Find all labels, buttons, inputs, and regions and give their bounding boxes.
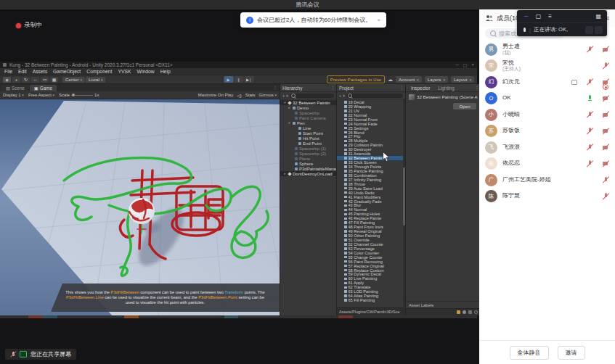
mute-audio-icon[interactable]: ◁) <box>237 93 242 98</box>
scale-slider-track[interactable] <box>71 95 93 96</box>
tab-scene[interactable]: ▤Scene <box>1 85 29 91</box>
status-icon[interactable] <box>474 310 478 314</box>
hierarchy-item[interactable]: Spaceship <box>280 110 336 115</box>
hierarchy-item[interactable]: Hit Point <box>280 136 336 141</box>
hierarchy-item[interactable]: Line <box>280 125 336 131</box>
member-row[interactable]: 男 男士通 (我) <box>479 41 615 58</box>
transform-tool-icon[interactable]: ↻ <box>22 77 30 83</box>
hierarchy-item[interactable]: Paint Camera <box>280 115 336 120</box>
member-camera-icon[interactable] <box>602 144 609 152</box>
preview-packages-badge[interactable]: Preview Packages in Use <box>327 75 385 83</box>
member-row[interactable]: 小 小晓晴 <box>479 107 615 123</box>
mic-muted-icon[interactable] <box>10 351 16 358</box>
member-camera-icon[interactable] <box>602 176 609 184</box>
project-add-icon[interactable]: + <box>339 94 341 98</box>
hierarchy-item[interactable]: ▾ 32 Between Paintin <box>280 100 336 105</box>
member-mic-icon[interactable] <box>586 94 593 102</box>
transform-tool-icon[interactable]: ▭ <box>41 77 49 83</box>
grid-view-icon[interactable]: ▦ <box>595 13 601 20</box>
unity-minimize-icon[interactable]: ─ <box>456 62 459 67</box>
invite-button[interactable]: 邀请 <box>558 346 585 360</box>
hierarchy-item[interactable]: P3dPaintableManag <box>280 166 336 171</box>
member-mic-icon[interactable] <box>586 160 593 167</box>
tab-options-icon[interactable]: ⋮ <box>273 85 277 90</box>
member-row[interactable]: 陈 陈宁慧 <box>479 189 615 205</box>
inspector-options-icon[interactable]: ⋮ <box>475 86 479 90</box>
hierarchy-tab[interactable]: Hierarchy <box>282 86 302 91</box>
hierarchy-add-icon[interactable]: + <box>282 94 285 98</box>
transform-tool-icon[interactable]: ↔ <box>31 77 39 83</box>
project-search-input[interactable] <box>346 94 403 98</box>
share-status-widget[interactable]: 您正在共享屏幕 <box>5 349 76 360</box>
member-mic-icon[interactable] <box>586 144 593 152</box>
hierarchy-item[interactable]: Spaceship (1) <box>280 146 336 151</box>
member-row[interactable]: 依 依恋恋 <box>479 156 615 173</box>
inspector-tab[interactable]: Inspector <box>408 84 433 91</box>
hierarchy-item[interactable]: ▾ Pen <box>280 120 336 125</box>
hierarchy-options-icon[interactable]: ⋮ <box>331 86 335 90</box>
toast-close-icon[interactable]: × <box>377 17 380 23</box>
project-tab[interactable]: Project <box>339 86 354 91</box>
collab-cloud-icon[interactable]: ☁ <box>388 77 393 83</box>
project-options-icon[interactable]: ⋮ <box>400 86 404 90</box>
project-scene-item[interactable]: 65 Fill Painting <box>337 298 405 302</box>
member-row[interactable]: 苏 苏饭饭 <box>479 123 615 140</box>
member-mic-icon[interactable] <box>586 46 593 54</box>
hierarchy-item[interactable]: End Point <box>280 141 336 146</box>
member-mic-icon[interactable] <box>602 83 609 91</box>
maximize-on-play-toggle[interactable]: Maximize On Play <box>198 93 233 97</box>
member-mic-icon[interactable] <box>586 78 593 86</box>
member-camera-icon[interactable] <box>602 127 609 135</box>
hierarchy-item[interactable]: Start Point <box>280 131 336 136</box>
unity-close-icon[interactable]: × <box>471 62 474 67</box>
menu-item[interactable]: GameObject <box>53 69 81 74</box>
hierarchy-item[interactable]: Spaceship (2) <box>280 151 336 156</box>
hierarchy-item[interactable]: Sphere <box>280 161 336 166</box>
game-viewport[interactable]: This shows you how the P3dHitBetween com… <box>0 99 280 315</box>
project-add-arrow-icon[interactable]: ▾ <box>343 94 345 98</box>
pivot-center-button[interactable]: Center▾ <box>62 77 85 83</box>
tab-game[interactable]: ▣Game <box>30 85 57 91</box>
pause-button[interactable]: ∥ <box>234 76 243 83</box>
menu-item[interactable]: Edit <box>18 69 27 74</box>
play-button[interactable]: ▶ <box>224 76 233 83</box>
menu-item[interactable]: Help <box>160 69 171 74</box>
transform-tool-icon[interactable]: ▦ <box>50 77 58 83</box>
member-camera-icon[interactable] <box>602 192 609 200</box>
step-button[interactable]: ▶∣ <box>244 76 253 83</box>
scrollbar-thumb[interactable] <box>403 167 405 226</box>
mute-all-button[interactable]: 全体静音 <box>510 346 549 360</box>
member-mic-icon[interactable] <box>586 127 593 135</box>
list-view-icon[interactable]: ≡ <box>548 13 552 20</box>
member-extra-icon[interactable] <box>570 78 577 86</box>
member-camera-icon[interactable] <box>602 94 609 102</box>
menu-item[interactable]: Window <box>137 69 155 74</box>
asset-labels-section[interactable]: Asset Labels <box>406 301 481 308</box>
stats-toggle[interactable]: Stats <box>245 93 256 97</box>
transform-tool-icon[interactable]: + <box>12 77 20 83</box>
brush-status-icon[interactable] <box>457 310 460 314</box>
open-scene-button[interactable]: Open <box>453 103 476 109</box>
member-camera-icon[interactable] <box>602 62 609 70</box>
scale-slider-knob[interactable] <box>72 94 75 96</box>
collapse-icon[interactable]: ─ <box>524 13 529 20</box>
member-row[interactable]: 飞 飞浪浪 <box>479 139 615 156</box>
gizmos-dropdown[interactable]: Gizmos ▾ <box>258 93 277 97</box>
member-camera-icon[interactable] <box>602 160 609 167</box>
scale-slider[interactable]: Scale 1x <box>59 93 99 97</box>
status-icon[interactable] <box>463 310 466 314</box>
hierarchy-item[interactable]: ▸ Demo <box>280 105 336 110</box>
transform-tool-icon[interactable]: ◈ <box>3 77 11 83</box>
member-camera-icon[interactable] <box>602 111 609 119</box>
menu-item[interactable]: YVSK <box>118 69 131 74</box>
hierarchy-search-input[interactable] <box>290 94 334 98</box>
display-dropdown[interactable]: Display 1 ▾ <box>3 93 24 97</box>
layers-dropdown[interactable]: Layers▾ <box>425 76 448 83</box>
window-mode-icon[interactable]: ▢ <box>536 13 542 20</box>
meeting-floating-bar[interactable]: ─ ▢ ≡ ▦ | 正在讲话: OK, <box>517 10 607 36</box>
hierarchy-item[interactable]: ▸ DontDestroyOnLoad <box>280 171 336 176</box>
member-row[interactable]: 广 广州工艺美院-婷姐 <box>479 172 615 189</box>
menu-item[interactable]: Assets <box>33 69 47 74</box>
menu-item[interactable]: Component <box>86 69 112 74</box>
member-row[interactable]: 宋 宋悦 (主持人) <box>479 58 615 75</box>
